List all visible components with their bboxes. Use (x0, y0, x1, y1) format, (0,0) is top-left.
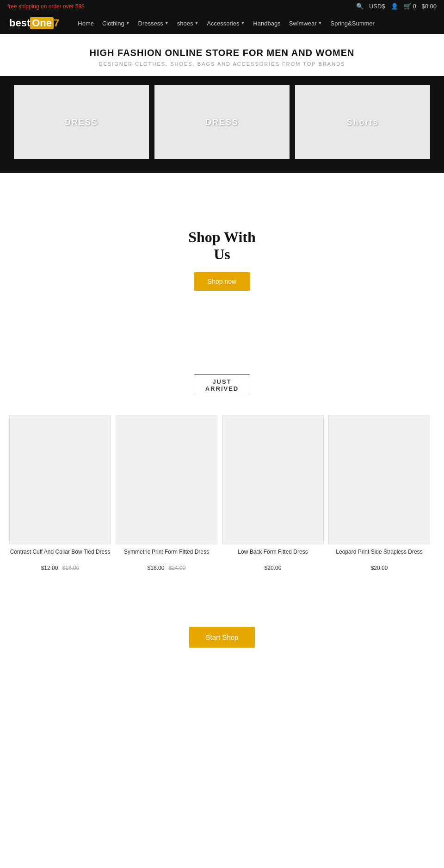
category-label-shorts: Shorts (346, 118, 378, 127)
hero-subtitle: DESIGNER CLOTHES, SHOES, BAGS AND ACCESS… (9, 61, 435, 67)
product-name-2: Symmetric Print Form Fitted Dress (116, 548, 217, 563)
product-price-1: $12.00 $16.00 (9, 565, 111, 571)
nav-dressess[interactable]: Dressess ▼ (138, 20, 169, 27)
hero-title: HIGH FASHION ONLINE STORE FOR MEN AND WO… (9, 48, 435, 58)
product-image-2 (116, 415, 217, 544)
shipping-notice: free shipping on order over 59$ (7, 3, 85, 10)
top-bar: free shipping on order over 59$ 🔍 USD$ 👤… (0, 0, 444, 12)
nav-spring-summer[interactable]: Spring&Summer (331, 20, 375, 27)
product-card-4[interactable]: Leopard Print Side Strapless Dress $20.0… (328, 415, 430, 571)
product-price-2: $18.00 $24.00 (116, 565, 217, 571)
category-card-dress-1[interactable]: DRESS (14, 85, 149, 159)
price-original-1: $16.00 (62, 565, 80, 571)
just-arrived-section: JUST ARRIVED (0, 346, 444, 406)
product-price-3: $20.00 (222, 565, 324, 571)
product-card-1[interactable]: Contrast Cuff And Collar Bow Tied Dress … (9, 415, 111, 571)
cart-total: $0.00 (421, 3, 437, 10)
cart-info[interactable]: 🛒 0 $0.00 (404, 3, 437, 10)
product-image-3 (222, 415, 324, 544)
price-original-2: $24.00 (169, 565, 186, 571)
logo-best: best (9, 17, 30, 29)
nav-shoes[interactable]: shoes ▼ (177, 20, 199, 27)
products-section: Contrast Cuff And Collar Bow Tied Dress … (0, 406, 444, 590)
search-icon[interactable]: 🔍 (356, 3, 364, 10)
shop-now-button[interactable]: Shop now (194, 272, 250, 291)
start-shop-button[interactable]: Start Shop (189, 627, 255, 648)
shop-with-us-heading: Shop With Us (9, 229, 435, 263)
logo-seven: 7 (54, 17, 59, 29)
just-arrived-badge: JUST ARRIVED (194, 374, 251, 396)
price-current-4: $20.00 (371, 565, 388, 571)
category-label-dress-2: DRESS (205, 118, 239, 127)
navigation: bestOne7 Home Clothing ▼ Dressess ▼ shoe… (0, 12, 444, 34)
account-icon[interactable]: 👤 (391, 3, 398, 10)
product-price-4: $20.00 (328, 565, 430, 571)
logo[interactable]: bestOne7 (9, 17, 59, 29)
shop-with-us-section: Shop With Us Shop now (0, 173, 444, 346)
chevron-down-icon: ▼ (318, 21, 322, 25)
nav-handbags[interactable]: Handbags (253, 20, 280, 27)
product-name-1: Contrast Cuff And Collar Bow Tied Dress (9, 548, 111, 563)
bottom-section: Start Shop (0, 590, 444, 675)
category-card-dress-2[interactable]: DRESS (154, 85, 290, 159)
price-current-2: $18.00 (148, 565, 165, 571)
logo-one: One (30, 17, 54, 29)
chevron-down-icon: ▼ (240, 21, 245, 25)
top-bar-right: 🔍 USD$ 👤 🛒 0 $0.00 (356, 3, 437, 10)
product-name-4: Leopard Print Side Strapless Dress (328, 548, 430, 563)
products-list: Contrast Cuff And Collar Bow Tied Dress … (9, 415, 435, 571)
chevron-down-icon: ▼ (126, 21, 130, 25)
nav-swimwear[interactable]: Swimwear ▼ (289, 20, 322, 27)
category-label-dress-1: DRESS (65, 118, 98, 127)
hero-text-section: HIGH FASHION ONLINE STORE FOR MEN AND WO… (0, 34, 444, 76)
nav-clothing[interactable]: Clothing ▼ (102, 20, 130, 27)
chevron-down-icon: ▼ (165, 21, 169, 25)
product-name-3: Low Back Form Fitted Dress (222, 548, 324, 563)
nav-links: Home Clothing ▼ Dressess ▼ shoes ▼ Acces… (78, 20, 375, 27)
category-section: DRESS DRESS Shorts (0, 76, 444, 173)
nav-accessories[interactable]: Accessories ▼ (207, 20, 245, 27)
price-current-1: $12.00 (41, 565, 58, 571)
currency-selector[interactable]: USD$ (369, 3, 385, 10)
price-current-3: $20.00 (265, 565, 282, 571)
product-image-4 (328, 415, 430, 544)
product-image-1 (9, 415, 111, 544)
cart-count: 0 (413, 3, 416, 10)
category-card-shorts[interactable]: Shorts (295, 85, 430, 159)
nav-home[interactable]: Home (78, 20, 94, 27)
product-card-2[interactable]: Symmetric Print Form Fitted Dress $18.00… (116, 415, 217, 571)
product-card-3[interactable]: Low Back Form Fitted Dress $20.00 (222, 415, 324, 571)
chevron-down-icon: ▼ (194, 21, 198, 25)
